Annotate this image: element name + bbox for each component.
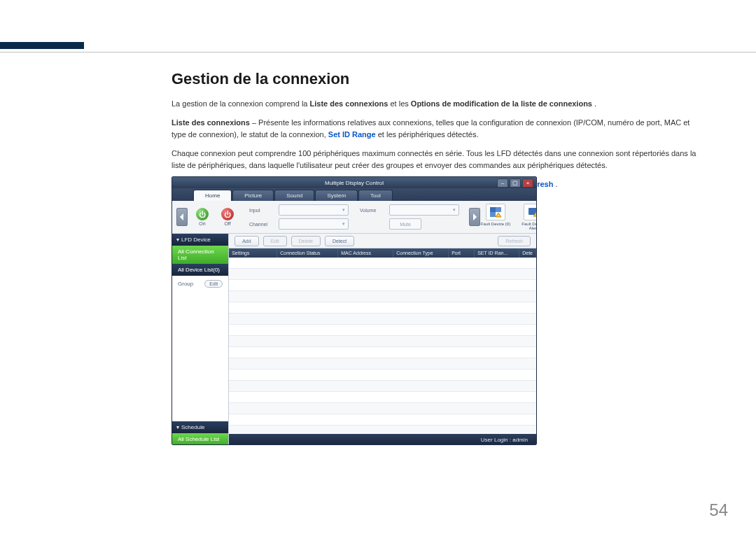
- sb-group-label: Group: [178, 281, 193, 287]
- fault-device-button[interactable]: Fault Device (0): [480, 204, 511, 230]
- table-row: [229, 403, 536, 414]
- sb-group[interactable]: Group Edit: [172, 276, 228, 292]
- fault-icon: [486, 204, 505, 220]
- status-bar: User Login : admin: [229, 434, 536, 445]
- table-row: [229, 325, 536, 336]
- status-text: User Login : admin: [481, 437, 528, 443]
- col-conn-type[interactable]: Connection Type: [393, 248, 449, 258]
- page-title: Gestion de la connexion: [172, 70, 700, 88]
- table-row: [229, 314, 536, 325]
- table-row: [229, 381, 536, 392]
- divider: [0, 52, 756, 52]
- grid-header: Settings Connection Status MAC Address C…: [229, 248, 536, 258]
- volume-label: Volume: [360, 208, 386, 213]
- chevron-down-icon: ▾: [176, 424, 179, 430]
- col-conn-status[interactable]: Connection Status: [277, 248, 338, 258]
- tb-icon-label: Fault Device (0): [481, 222, 510, 226]
- accent-bar: [0, 42, 84, 49]
- table-row: [229, 302, 536, 314]
- app-title: Multiple Display Control: [325, 180, 384, 186]
- text-bold: Options de modification de la liste de c…: [411, 99, 592, 108]
- nav-right-icon[interactable]: [469, 208, 480, 226]
- input-select[interactable]: ▾: [279, 204, 349, 216]
- table-row: [229, 280, 536, 291]
- table-row: [229, 336, 536, 347]
- text-bold: Liste des connexions: [310, 99, 388, 108]
- tb-icon-label: Fault Device Alert: [518, 222, 537, 230]
- sb-schedule-header[interactable]: ▾Schedule: [172, 421, 228, 433]
- grid-body: [229, 258, 536, 434]
- page-number: 54: [709, 500, 728, 520]
- col-detect[interactable]: Dete: [519, 248, 536, 258]
- paragraph-2: Liste des connexions – Présente les info…: [172, 117, 700, 141]
- app-window: Multiple Display Control – ▢ × Home Pict…: [172, 176, 537, 445]
- toolbar: ⏻On ⏻Off Input ▾ Channel ▾: [172, 201, 536, 234]
- text: et les: [390, 99, 410, 108]
- sb-header-label: LFD Device: [181, 237, 211, 243]
- sb-schedule-label: Schedule: [181, 424, 204, 430]
- nav-left-icon[interactable]: [176, 208, 188, 226]
- table-row: [229, 347, 536, 358]
- minimize-button[interactable]: –: [497, 178, 508, 188]
- table-row: [229, 392, 536, 403]
- mute-button[interactable]: Mute: [389, 218, 421, 230]
- table-row: [229, 426, 536, 434]
- tab-home[interactable]: Home: [193, 190, 232, 201]
- col-setid[interactable]: SET ID Ran...: [475, 248, 519, 258]
- table-row: [229, 370, 536, 381]
- delete-button[interactable]: Delete: [291, 236, 321, 246]
- paragraph-1: La gestion de la connexion comprend la L…: [172, 98, 700, 110]
- svg-rect-2: [490, 212, 496, 217]
- refresh-button[interactable]: Refresh: [498, 236, 531, 246]
- channel-select[interactable]: ▾: [279, 218, 349, 230]
- alert-icon: [524, 204, 537, 220]
- table-row: [229, 258, 536, 269]
- tab-bar: Home Picture Sound System Tool: [172, 188, 536, 201]
- sb-group-edit-button[interactable]: Edit: [204, 280, 223, 288]
- chevron-down-icon: ▾: [176, 237, 179, 243]
- col-settings[interactable]: Settings: [229, 248, 277, 258]
- titlebar: Multiple Display Control – ▢ ×: [172, 177, 536, 188]
- tab-system[interactable]: System: [315, 190, 358, 201]
- paragraph-3: Chaque connexion peut comprendre 100 pér…: [172, 148, 700, 171]
- off-label: Off: [224, 221, 230, 226]
- table-row: [229, 291, 536, 302]
- table-row: [229, 414, 536, 426]
- text-bold: Liste des connexions: [172, 118, 250, 127]
- maximize-button[interactable]: ▢: [510, 178, 521, 188]
- table-row: [229, 358, 536, 370]
- table-row: [229, 269, 536, 280]
- power-off-button[interactable]: ⏻Off: [217, 208, 238, 226]
- col-port[interactable]: Port: [449, 248, 475, 258]
- main-pane: Add Edit Delete Detect Refresh Settings …: [229, 234, 536, 445]
- input-label: Input: [249, 208, 276, 213]
- col-mac[interactable]: MAC Address: [338, 248, 393, 258]
- close-button[interactable]: ×: [522, 178, 533, 188]
- text: .: [594, 99, 596, 108]
- fault-alert-button[interactable]: Fault Device Alert: [518, 204, 537, 230]
- text: La gestion de la connexion comprend la: [172, 99, 310, 108]
- channel-label: Channel: [249, 222, 276, 227]
- sb-lfd-header[interactable]: ▾LFD Device: [172, 234, 228, 246]
- tab-picture[interactable]: Picture: [232, 190, 274, 201]
- link-set-id-range: Set ID Range: [328, 130, 376, 139]
- on-label: On: [199, 221, 205, 226]
- tab-sound[interactable]: Sound: [274, 190, 314, 201]
- svg-rect-1: [496, 207, 501, 212]
- text: et les périphériques détectés.: [378, 130, 479, 139]
- sb-all-device[interactable]: All Device List(0): [172, 264, 228, 276]
- sb-spacer: [172, 292, 228, 421]
- sidebar: ▾LFD Device All Connection List All Devi…: [172, 234, 229, 445]
- text: .: [555, 180, 557, 188]
- action-row: Add Edit Delete Detect Refresh: [229, 234, 536, 248]
- volume-select[interactable]: ▾: [389, 204, 459, 216]
- sb-all-schedule[interactable]: All Schedule List: [172, 433, 228, 445]
- add-button[interactable]: Add: [234, 236, 258, 246]
- power-on-button[interactable]: ⏻On: [192, 208, 213, 226]
- edit-button[interactable]: Edit: [263, 236, 287, 246]
- svg-rect-0: [490, 207, 496, 212]
- detect-button[interactable]: Detect: [325, 236, 354, 246]
- tab-tool[interactable]: Tool: [358, 190, 393, 201]
- sb-all-connection[interactable]: All Connection List: [172, 246, 228, 264]
